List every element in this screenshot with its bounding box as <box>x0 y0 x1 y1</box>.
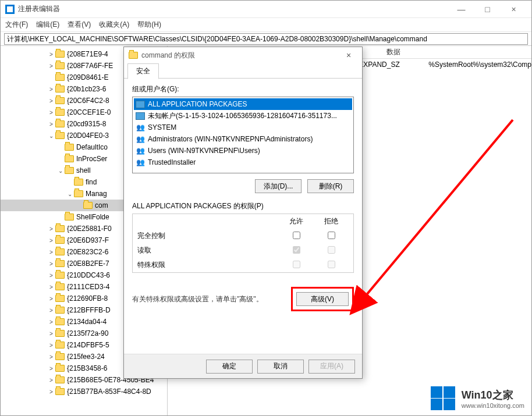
folder-icon <box>55 132 65 139</box>
group-label: ALL APPLICATION PACKAGES <box>148 100 247 108</box>
tree-item-label: {20E8B2FE-7 <box>67 259 109 268</box>
add-button[interactable]: 添加(D)... <box>255 179 302 193</box>
dialog-close-button[interactable]: × <box>340 51 357 60</box>
menu-edit[interactable]: 编辑(E) <box>36 20 59 30</box>
tree-item-label: {20CCEF1E-0 <box>67 108 111 116</box>
folder-icon <box>55 86 65 93</box>
allow-checkbox <box>293 261 300 268</box>
folder-icon <box>65 144 74 151</box>
allow-checkbox[interactable] <box>293 232 300 239</box>
expand-icon[interactable]: > <box>47 98 55 104</box>
tree-item-label: {20C6F4C2-8 <box>67 97 109 105</box>
folder-icon <box>55 109 65 116</box>
deny-checkbox <box>328 261 335 268</box>
tree-item-label: {20E25881-F0 <box>67 225 112 233</box>
expand-icon[interactable]: > <box>47 389 55 395</box>
addressbar <box>1 32 531 46</box>
apply-button[interactable]: 应用(A) <box>308 360 355 374</box>
folder-icon <box>65 167 74 174</box>
group-item[interactable]: TrustedInstaller <box>134 157 352 168</box>
tree-item-label: {212BFFFB-D <box>67 306 111 314</box>
expand-icon[interactable]: ⌄ <box>47 133 55 139</box>
expand-icon[interactable]: > <box>47 307 55 314</box>
expand-icon[interactable]: > <box>47 109 55 116</box>
address-input[interactable] <box>4 33 528 45</box>
folder-icon <box>55 295 65 302</box>
folder-icon <box>55 353 65 360</box>
expand-icon[interactable]: > <box>47 86 55 93</box>
expand-icon[interactable]: > <box>47 342 55 349</box>
group-item[interactable]: ALL APPLICATION PACKAGES <box>134 98 352 110</box>
expand-icon[interactable]: ⌄ <box>56 168 65 174</box>
menu-favorites[interactable]: 收藏夹(A) <box>99 20 129 30</box>
tree-item-label: {2135f72a-90 <box>67 329 108 337</box>
group-item[interactable]: SYSTEM <box>134 122 352 133</box>
watermark: Win10之家 www.win10xitong.com <box>430 386 524 411</box>
folder-icon <box>55 260 65 267</box>
tree-item-label: {210DDC43-6 <box>67 271 110 279</box>
remove-button[interactable]: 删除(R) <box>307 179 354 193</box>
permission-row: 特殊权限 <box>133 258 353 272</box>
expand-icon[interactable]: ⌄ <box>66 191 74 197</box>
tree-item-label: {208E71E9-4 <box>67 50 108 58</box>
expand-icon[interactable]: > <box>47 237 55 244</box>
expand-icon[interactable]: > <box>47 330 55 337</box>
group-label: Administrators (WIN-N9TKVNREPNF\Administ… <box>148 135 313 143</box>
expand-icon[interactable]: > <box>47 296 55 302</box>
expand-icon[interactable]: > <box>47 354 55 360</box>
group-label: 未知帐户(S-1-15-3-1024-1065365936-1281604716… <box>148 111 337 121</box>
expand-icon[interactable]: > <box>47 365 55 372</box>
expand-icon[interactable]: > <box>47 249 55 255</box>
expand-icon[interactable]: > <box>47 121 55 127</box>
folder-icon <box>55 51 65 58</box>
dialog-title: command 的权限 <box>141 51 340 61</box>
group-list[interactable]: ALL APPLICATION PACKAGES未知帐户(S-1-15-3-10… <box>132 97 354 173</box>
dialog-titlebar[interactable]: command 的权限 × <box>124 47 362 63</box>
tree-item[interactable]: >{215B77BA-853F-48C4-8D <box>1 386 167 397</box>
menu-file[interactable]: 文件(F) <box>5 20 28 30</box>
advanced-button[interactable]: 高级(V) <box>296 292 349 306</box>
expand-icon[interactable]: > <box>47 226 55 232</box>
expand-icon[interactable]: > <box>47 63 55 69</box>
tree-item-label: {20E6D937-F <box>67 236 109 244</box>
watermark-brand: Win10之家 <box>462 388 524 402</box>
expand-icon[interactable]: > <box>47 377 55 383</box>
tab-strip: 安全 <box>124 63 362 79</box>
group-item[interactable]: 未知帐户(S-1-15-3-1024-1065365936-1281604716… <box>134 110 352 122</box>
group-item[interactable]: Administrators (WIN-N9TKVNREPNF\Administ… <box>134 133 352 145</box>
menu-view[interactable]: 查看(V) <box>68 20 91 30</box>
folder-icon <box>55 330 65 337</box>
expand-icon[interactable]: > <box>47 284 55 290</box>
expand-icon[interactable]: > <box>47 272 55 279</box>
close-button[interactable]: × <box>501 1 527 17</box>
permission-name: 读取 <box>137 246 279 255</box>
permission-name: 完全控制 <box>137 231 279 241</box>
tree-item-label: DefaultIco <box>76 143 108 151</box>
deny-checkbox <box>328 246 335 254</box>
deny-header: 拒绝 <box>314 216 349 226</box>
minimize-button[interactable]: — <box>448 1 474 17</box>
allow-checkbox <box>293 246 300 254</box>
folder-icon <box>55 307 65 314</box>
col-data[interactable]: 数据 <box>382 47 424 57</box>
maximize-button[interactable]: □ <box>474 1 501 17</box>
cancel-button[interactable]: 取消 <box>257 360 304 374</box>
tree-item-label: InProcSer <box>76 155 107 163</box>
folder-icon <box>55 388 65 395</box>
deny-checkbox[interactable] <box>328 232 335 239</box>
menu-help[interactable]: 帮助(H) <box>137 20 161 30</box>
value-data: %SystemRoot%\system32\Comp <box>424 61 531 69</box>
tree-item-label: {208F7A6F-FE <box>67 62 113 70</box>
tree-item-label: {2134da04-4 <box>67 318 107 326</box>
tab-security[interactable]: 安全 <box>127 63 159 79</box>
expand-icon[interactable]: > <box>47 319 55 325</box>
dialog-footer: 确定 取消 应用(A) <box>124 354 362 378</box>
folder-icon <box>55 272 65 279</box>
group-item[interactable]: Users (WIN-N9TKVNREPNF\Users) <box>134 145 352 157</box>
expand-icon[interactable]: > <box>47 261 55 267</box>
allow-header: 允许 <box>279 216 314 226</box>
users-icon <box>135 158 146 167</box>
ok-button[interactable]: 确定 <box>206 360 253 374</box>
permissions-for-label: ALL APPLICATION PACKAGES 的权限(P) <box>132 201 354 211</box>
expand-icon[interactable]: > <box>47 51 55 58</box>
